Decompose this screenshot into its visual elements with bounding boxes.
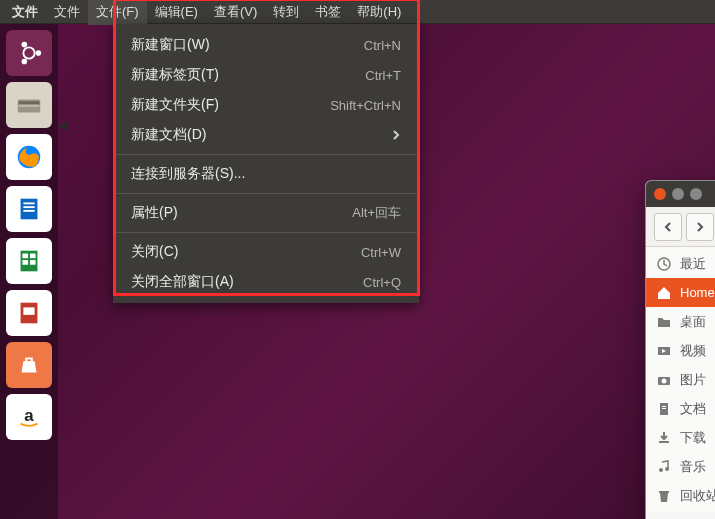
menu-item[interactable]: 新建文件夹(F)Shift+Ctrl+N bbox=[113, 90, 419, 120]
menu-item-accelerator: Ctrl+N bbox=[364, 38, 401, 53]
global-menubar: 文件 文件 文件(F) 编辑(E) 查看(V) 转到 书签 帮助(H) bbox=[0, 0, 715, 24]
sidebar-item-clock[interactable]: 最近 bbox=[646, 249, 715, 278]
window-titlebar[interactable] bbox=[646, 181, 715, 207]
menu-item-accelerator: Alt+回车 bbox=[352, 204, 401, 222]
sidebar-item-label: 音乐 bbox=[680, 458, 706, 476]
sidebar-item-download[interactable]: 下载 bbox=[646, 423, 715, 452]
menu-view[interactable]: 查看(V) bbox=[206, 0, 265, 25]
sidebar-item-label: 回收站 bbox=[680, 487, 715, 505]
svg-rect-13 bbox=[22, 254, 28, 259]
launcher-software-icon[interactable] bbox=[6, 342, 52, 388]
menu-item-accelerator: Ctrl+W bbox=[361, 245, 401, 260]
launcher-amazon-icon[interactable]: a bbox=[6, 394, 52, 440]
launcher-calc-icon[interactable] bbox=[6, 238, 52, 284]
menu-item[interactable]: 关闭全部窗口(A)Ctrl+Q bbox=[113, 267, 419, 297]
sidebar-item-label: 文档 bbox=[680, 400, 706, 418]
folder-icon bbox=[656, 314, 672, 330]
svg-rect-8 bbox=[21, 199, 38, 220]
window-maximize-button[interactable] bbox=[690, 188, 702, 200]
menu-item-accelerator: Ctrl+Q bbox=[363, 275, 401, 290]
music-icon bbox=[656, 459, 672, 475]
launcher-resize-handle[interactable]: ◀ bbox=[58, 118, 67, 132]
window-close-button[interactable] bbox=[654, 188, 666, 200]
menu-item-label: 新建文件夹(F) bbox=[131, 96, 330, 114]
menu-bookmarks[interactable]: 书签 bbox=[307, 0, 349, 25]
svg-rect-16 bbox=[30, 260, 36, 265]
file-menu-dropdown: 新建窗口(W)Ctrl+N新建标签页(T)Ctrl+T新建文件夹(F)Shift… bbox=[113, 24, 419, 303]
svg-point-24 bbox=[662, 378, 667, 383]
files-window: 最近Home桌面视频图片文档下载音乐回收站 bbox=[645, 180, 715, 519]
svg-rect-15 bbox=[22, 260, 28, 265]
svg-rect-10 bbox=[23, 206, 34, 208]
launcher-dash-icon[interactable] bbox=[6, 30, 52, 76]
menu-item[interactable]: 连接到服务器(S)... bbox=[113, 159, 419, 189]
svg-point-2 bbox=[22, 42, 28, 48]
svg-rect-18 bbox=[23, 307, 34, 315]
menu-item[interactable]: 关闭(C)Ctrl+W bbox=[113, 237, 419, 267]
unity-launcher: a bbox=[0, 24, 58, 519]
sidebar-item-label: Home bbox=[680, 285, 715, 300]
svg-text:a: a bbox=[24, 406, 34, 425]
svg-rect-19 bbox=[26, 358, 32, 362]
menu-separator bbox=[113, 232, 419, 233]
trash-icon bbox=[656, 488, 672, 504]
svg-point-30 bbox=[665, 467, 669, 471]
menu-item-label: 新建标签页(T) bbox=[131, 66, 365, 84]
menu-item[interactable]: 属性(P)Alt+回车 bbox=[113, 198, 419, 228]
sidebar-item-trash[interactable]: 回收站 bbox=[646, 481, 715, 510]
launcher-firefox-icon[interactable] bbox=[6, 134, 52, 180]
files-toolbar bbox=[646, 207, 715, 247]
window-minimize-button[interactable] bbox=[672, 188, 684, 200]
clock-icon bbox=[656, 256, 672, 272]
sidebar-item-home[interactable]: Home bbox=[646, 278, 715, 307]
svg-point-1 bbox=[36, 50, 42, 56]
sidebar-item-video[interactable]: 视频 bbox=[646, 336, 715, 365]
menu-item-label: 连接到服务器(S)... bbox=[131, 165, 401, 183]
app-title: 文件 bbox=[4, 3, 46, 21]
svg-rect-26 bbox=[662, 406, 666, 407]
sidebar-item-folder[interactable]: 桌面 bbox=[646, 307, 715, 336]
menu-item-label: 属性(P) bbox=[131, 204, 352, 222]
launcher-writer-icon[interactable] bbox=[6, 186, 52, 232]
menu-separator bbox=[113, 154, 419, 155]
svg-rect-28 bbox=[659, 441, 669, 443]
nav-back-button[interactable] bbox=[654, 213, 682, 241]
files-sidebar: 最近Home桌面视频图片文档下载音乐回收站 bbox=[646, 247, 715, 512]
camera-icon bbox=[656, 372, 672, 388]
chevron-right-icon bbox=[391, 127, 401, 143]
menu-item-accelerator: Shift+Ctrl+N bbox=[330, 98, 401, 113]
menu-item-label: 关闭全部窗口(A) bbox=[131, 273, 363, 291]
menu-help[interactable]: 帮助(H) bbox=[349, 0, 409, 25]
svg-point-0 bbox=[23, 47, 34, 58]
svg-rect-14 bbox=[30, 254, 36, 259]
launcher-files-icon[interactable] bbox=[6, 82, 52, 128]
sidebar-item-label: 最近 bbox=[680, 255, 706, 273]
sidebar-item-label: 桌面 bbox=[680, 313, 706, 331]
menu-edit[interactable]: 编辑(E) bbox=[147, 0, 206, 25]
menu-item[interactable]: 新建文档(D) bbox=[113, 120, 419, 150]
nav-forward-button[interactable] bbox=[686, 213, 714, 241]
document-icon bbox=[656, 401, 672, 417]
sidebar-item-camera[interactable]: 图片 bbox=[646, 365, 715, 394]
svg-rect-27 bbox=[662, 408, 666, 409]
home-icon bbox=[656, 285, 672, 301]
menu-item-label: 关闭(C) bbox=[131, 243, 361, 261]
sidebar-item-document[interactable]: 文档 bbox=[646, 394, 715, 423]
svg-point-3 bbox=[22, 59, 28, 65]
menu-item-accelerator: Ctrl+T bbox=[365, 68, 401, 83]
menu-item[interactable]: 新建标签页(T)Ctrl+T bbox=[113, 60, 419, 90]
menu-file[interactable]: 文件(F) bbox=[88, 0, 147, 25]
menu-item-label: 新建文档(D) bbox=[131, 126, 391, 144]
svg-rect-31 bbox=[659, 491, 669, 493]
svg-rect-9 bbox=[23, 202, 34, 204]
svg-rect-6 bbox=[19, 105, 40, 107]
menu-go[interactable]: 转到 bbox=[265, 0, 307, 25]
svg-rect-5 bbox=[19, 101, 40, 104]
download-icon bbox=[656, 430, 672, 446]
menu-item[interactable]: 新建窗口(W)Ctrl+N bbox=[113, 30, 419, 60]
sidebar-item-label: 图片 bbox=[680, 371, 706, 389]
launcher-impress-icon[interactable] bbox=[6, 290, 52, 336]
sidebar-item-music[interactable]: 音乐 bbox=[646, 452, 715, 481]
svg-rect-11 bbox=[23, 210, 34, 212]
menu-file-app[interactable]: 文件 bbox=[46, 0, 88, 25]
